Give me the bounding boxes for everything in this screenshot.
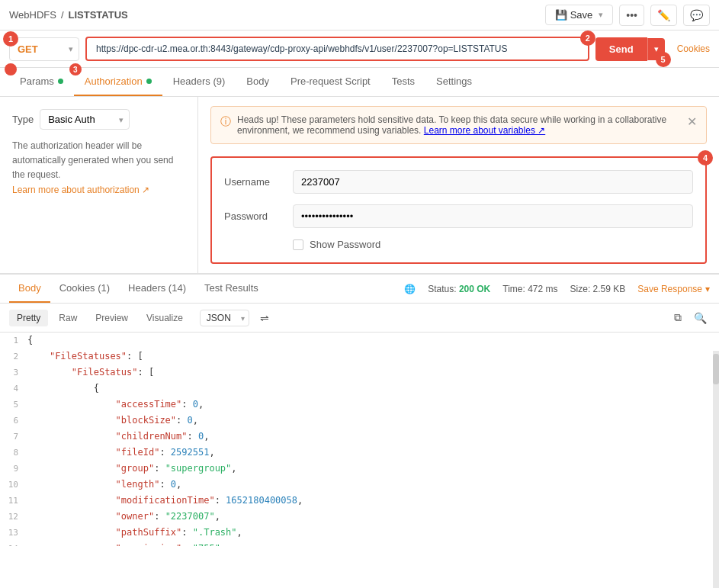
auth-dot [146, 79, 152, 84]
auth-type-label: Type [12, 114, 34, 125]
show-password-checkbox[interactable] [293, 239, 303, 250]
auth-description: The authorization header will be automat… [12, 139, 185, 198]
response-tab-cookies[interactable]: Cookies (1) [50, 275, 119, 303]
format-tabs-area: Pretty Raw Preview Visualize JSON Text H… [0, 304, 719, 333]
time-value: 472 ms [528, 284, 557, 294]
tab-headers[interactable]: Headers (9) [162, 68, 236, 96]
notice-icon: ⓘ [220, 115, 231, 136]
cookies-link[interactable]: Cookies [677, 43, 710, 54]
auth-type-row: Type Basic Auth No Auth Bearer Token API… [12, 109, 185, 130]
format-tab-visualize[interactable]: Visualize [139, 310, 191, 326]
json-format-select[interactable]: JSON Text HTML XML [200, 310, 249, 326]
search-icon[interactable]: 🔍 [691, 309, 710, 327]
code-line: 9 "group": "supergroup", [0, 461, 719, 477]
code-line: 8 "fileId": 2592551, [0, 445, 719, 461]
url-bar-area: 1 GET POST PUT DELETE PATCH 2 5 Send ▾ C… [0, 31, 719, 68]
format-tab-preview[interactable]: Preview [88, 310, 136, 326]
status-value: 200 OK [459, 284, 490, 294]
show-password-label[interactable]: Show Password [310, 239, 380, 250]
method-selector-wrapper: 1 GET POST PUT DELETE PATCH [9, 37, 79, 61]
code-area: 1 { 2 "FileStatuses": [ 3 "FileStatus": … [0, 333, 719, 546]
badge-1: 1 [3, 31, 18, 47]
size-value: 2.59 KB [593, 284, 626, 294]
response-tab-body[interactable]: Body [9, 275, 50, 303]
format-tabs-right: ⧉ 🔍 [671, 308, 710, 327]
code-line: 13 "pathSuffix": ".Trash", [0, 525, 719, 541]
tab-tests[interactable]: Tests [381, 68, 425, 96]
code-line: 5 "accessTime": 0, [0, 397, 719, 413]
url-input[interactable] [85, 37, 589, 61]
globe-icon: 🌐 [404, 284, 416, 294]
request-tabs: Params 3 Authorization Headers (9) Body … [0, 68, 719, 97]
code-line: 12 "owner": "2237007", [0, 509, 719, 525]
method-select[interactable]: GET POST PUT DELETE PATCH [9, 37, 79, 61]
response-tab-test-results[interactable]: Test Results [195, 275, 268, 303]
username-field-row: Username [224, 170, 693, 194]
code-line: 11 "modificationTime": 1652180400058, [0, 493, 719, 509]
auth-type-select[interactable]: Basic Auth No Auth Bearer Token API Key … [40, 109, 130, 130]
auth-fields-container: 4 Username Password Show Password [210, 156, 707, 264]
code-line: 6 "blockSize": 0, [0, 413, 719, 429]
password-field-row: Password [224, 204, 693, 228]
send-button-wrapper: 5 Send ▾ [595, 37, 665, 61]
tab-pre-request-script[interactable]: Pre-request Script [280, 68, 381, 96]
save-response-button[interactable]: Save Response ▾ [637, 284, 710, 294]
code-line: 3 "FileStatus": [ [0, 365, 719, 381]
auth-left-panel: Type Basic Auth No Auth Bearer Token API… [0, 97, 198, 273]
response-tabs-left: Body Cookies (1) Headers (14) Test Resul… [9, 275, 268, 303]
save-icon: 💾 [555, 9, 567, 21]
comment-icon-button[interactable]: 💬 [683, 5, 710, 26]
badge-3: 3 [69, 63, 82, 76]
response-status-area: 🌐 Status: 200 OK Time: 472 ms Size: 2.59… [404, 284, 710, 294]
breadcrumb-name: LISTSTATUS [69, 9, 128, 21]
code-line: 4 { [0, 381, 719, 397]
tab-settings[interactable]: Settings [425, 68, 483, 96]
params-dot [58, 79, 63, 84]
top-bar: WebHDFS / LISTSTATUS 💾 Save ▾ ••• ✏️ 💬 [0, 0, 719, 31]
code-line: 10 "length": 0, [0, 477, 719, 493]
scrollbar-thumb[interactable] [713, 354, 719, 384]
breadcrumb-root: WebHDFS [9, 9, 56, 21]
tab-body[interactable]: Body [236, 68, 280, 96]
notice-close-button[interactable]: ✕ [687, 114, 697, 129]
badge-4: 4 [698, 150, 713, 165]
auth-section: Type Basic Auth No Auth Bearer Token API… [0, 97, 719, 275]
url-input-wrapper: 2 [85, 37, 589, 61]
username-input[interactable] [293, 170, 693, 194]
copy-icon[interactable]: ⧉ [671, 308, 685, 327]
send-button[interactable]: Send [595, 37, 647, 61]
breadcrumb: WebHDFS / LISTSTATUS [9, 9, 128, 21]
auth-learn-more-link[interactable]: Learn more about authorization ↗ [12, 185, 149, 195]
save-response-chevron: ▾ [705, 284, 710, 294]
notice-learn-more-link[interactable]: Learn more about variables ↗ [424, 125, 545, 136]
response-tabs-area: Body Cookies (1) Headers (14) Test Resul… [0, 275, 719, 304]
format-wrap-icon[interactable]: ⇌ [257, 309, 272, 327]
badge-5: 5 [656, 52, 671, 67]
more-options-button[interactable]: ••• [619, 5, 644, 26]
badge-2: 2 [580, 31, 595, 46]
password-label: Password [224, 210, 293, 222]
format-tab-pretty[interactable]: Pretty [9, 310, 48, 326]
save-button[interactable]: 💾 Save ▾ [545, 5, 614, 25]
save-dropdown-icon: ▾ [599, 10, 603, 20]
show-password-row: Show Password [224, 239, 693, 250]
code-line: 7 "childrenNum": 0, [0, 429, 719, 445]
top-bar-actions: 💾 Save ▾ ••• ✏️ 💬 [545, 5, 710, 26]
auth-right-panel: ⓘ Heads up! These parameters hold sensit… [198, 97, 719, 273]
code-line: 1 { [0, 333, 719, 349]
edit-icon-button[interactable]: ✏️ [650, 5, 677, 26]
password-input[interactable] [293, 204, 693, 228]
tab-params[interactable]: Params [9, 68, 74, 96]
code-line: 2 "FileStatuses": [ [0, 349, 719, 365]
scrollbar-track[interactable] [713, 351, 719, 546]
username-label: Username [224, 176, 293, 188]
auth-type-selector-wrapper: Basic Auth No Auth Bearer Token API Key … [40, 109, 130, 130]
format-tabs-left: Pretty Raw Preview Visualize JSON Text H… [9, 309, 272, 327]
format-tab-raw[interactable]: Raw [51, 310, 85, 326]
breadcrumb-sep: / [61, 9, 64, 21]
json-format-selector-wrapper: JSON Text HTML XML [200, 310, 249, 326]
tab-authorization[interactable]: 3 Authorization [74, 68, 162, 96]
code-line: 14 "permission": "755", [0, 541, 719, 546]
badge-3-params [5, 63, 17, 76]
response-tab-headers[interactable]: Headers (14) [119, 275, 195, 303]
